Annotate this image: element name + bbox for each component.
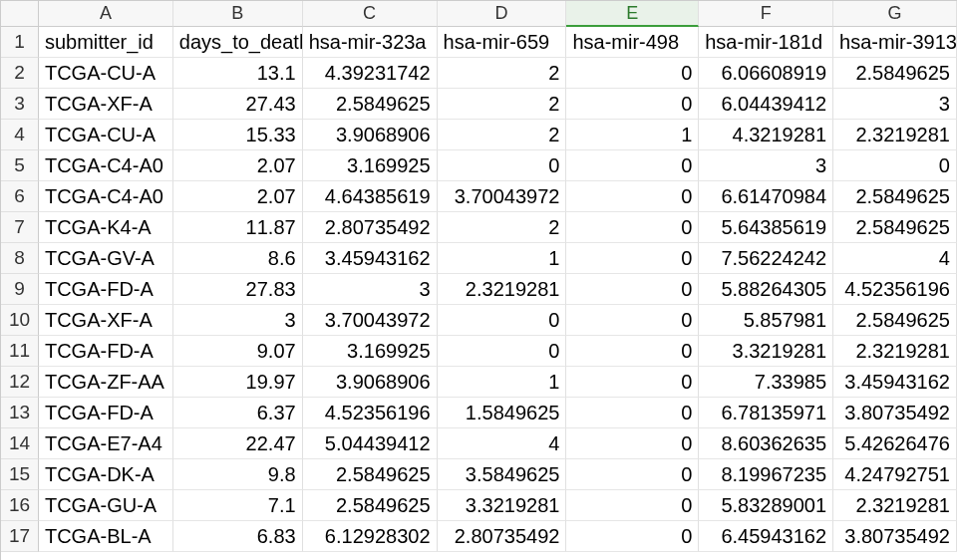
cell-F8[interactable]: 7.56224242 bbox=[699, 243, 833, 274]
row-header-7[interactable]: 7 bbox=[1, 212, 39, 243]
cell-C8[interactable]: 3.45943162 bbox=[303, 243, 438, 274]
row-header-10[interactable]: 10 bbox=[1, 305, 39, 336]
cell-A2[interactable]: TCGA-CU-A bbox=[39, 58, 173, 89]
cell-D13[interactable]: 1.5849625 bbox=[438, 398, 567, 428]
cell-F5[interactable]: 3 bbox=[699, 150, 833, 181]
cell-E12[interactable]: 0 bbox=[566, 367, 699, 398]
cell-D16[interactable]: 3.3219281 bbox=[438, 490, 567, 521]
cell-E10[interactable]: 0 bbox=[566, 305, 699, 336]
cell-D4[interactable]: 2 bbox=[438, 120, 567, 150]
column-header-C[interactable]: C bbox=[303, 1, 438, 27]
cell-C10[interactable]: 3.70043972 bbox=[303, 305, 438, 336]
cell-G14[interactable]: 5.42626476 bbox=[833, 428, 957, 459]
row-header-15[interactable]: 15 bbox=[1, 459, 39, 490]
column-header-A[interactable]: A bbox=[39, 1, 173, 27]
cell-B8[interactable]: 8.6 bbox=[173, 243, 303, 274]
cell-G8[interactable]: 4 bbox=[833, 243, 957, 274]
cell-G3[interactable]: 3 bbox=[833, 89, 957, 120]
cell-D5[interactable]: 0 bbox=[438, 150, 567, 181]
cell-E4[interactable]: 1 bbox=[566, 120, 699, 150]
cell-A17[interactable]: TCGA-BL-A bbox=[39, 521, 173, 552]
cell-D12[interactable]: 1 bbox=[438, 367, 567, 398]
cell-C11[interactable]: 3.169925 bbox=[303, 336, 438, 367]
cell-B15[interactable]: 9.8 bbox=[173, 459, 303, 490]
cell-F15[interactable]: 8.19967235 bbox=[699, 459, 833, 490]
cell-A3[interactable]: TCGA-XF-A bbox=[39, 89, 173, 120]
cell-G10[interactable]: 2.5849625 bbox=[833, 305, 957, 336]
cell-A16[interactable]: TCGA-GU-A bbox=[39, 490, 173, 521]
cell-G6[interactable]: 2.5849625 bbox=[833, 181, 957, 212]
column-header-B[interactable]: B bbox=[173, 1, 303, 27]
cell-B17[interactable]: 6.83 bbox=[173, 521, 303, 552]
column-header-E[interactable]: E bbox=[566, 1, 699, 27]
cell-F7[interactable]: 5.64385619 bbox=[699, 212, 833, 243]
cell-D6[interactable]: 3.70043972 bbox=[438, 181, 567, 212]
spreadsheet-grid[interactable]: ABCDEFG1submitter_iddays_to_deathhsa-mir… bbox=[0, 0, 957, 560]
cell-C15[interactable]: 2.5849625 bbox=[303, 459, 438, 490]
cell-D8[interactable]: 1 bbox=[438, 243, 567, 274]
cell-C6[interactable]: 4.64385619 bbox=[303, 181, 438, 212]
column-header-F[interactable]: F bbox=[699, 1, 833, 27]
cell-A4[interactable]: TCGA-CU-A bbox=[39, 120, 173, 150]
row-header-2[interactable]: 2 bbox=[1, 58, 39, 89]
cell-G12[interactable]: 3.45943162 bbox=[833, 367, 957, 398]
cell-D2[interactable]: 2 bbox=[438, 58, 567, 89]
row-header-13[interactable]: 13 bbox=[1, 398, 39, 428]
cell-E11[interactable]: 0 bbox=[566, 336, 699, 367]
row-header-5[interactable]: 5 bbox=[1, 150, 39, 181]
row-header-8[interactable]: 8 bbox=[1, 243, 39, 274]
cell-E3[interactable]: 0 bbox=[566, 89, 699, 120]
cell-A14[interactable]: TCGA-E7-A4 bbox=[39, 428, 173, 459]
cell-B1[interactable]: days_to_death bbox=[173, 27, 303, 58]
cell-C16[interactable]: 2.5849625 bbox=[303, 490, 438, 521]
cell-C14[interactable]: 5.04439412 bbox=[303, 428, 438, 459]
cell-C17[interactable]: 6.12928302 bbox=[303, 521, 438, 552]
cell-E2[interactable]: 0 bbox=[566, 58, 699, 89]
cell-D7[interactable]: 2 bbox=[438, 212, 567, 243]
select-all-corner[interactable] bbox=[1, 1, 39, 27]
cell-A15[interactable]: TCGA-DK-A bbox=[39, 459, 173, 490]
cell-G2[interactable]: 2.5849625 bbox=[833, 58, 957, 89]
cell-C3[interactable]: 2.5849625 bbox=[303, 89, 438, 120]
cell-E15[interactable]: 0 bbox=[566, 459, 699, 490]
cell-E13[interactable]: 0 bbox=[566, 398, 699, 428]
cell-B5[interactable]: 2.07 bbox=[173, 150, 303, 181]
cell-A6[interactable]: TCGA-C4-A0 bbox=[39, 181, 173, 212]
cell-C2[interactable]: 4.39231742 bbox=[303, 58, 438, 89]
cell-F1[interactable]: hsa-mir-181d bbox=[699, 27, 833, 58]
cell-F6[interactable]: 6.61470984 bbox=[699, 181, 833, 212]
cell-A13[interactable]: TCGA-FD-A bbox=[39, 398, 173, 428]
cell-G1[interactable]: hsa-mir-3913 bbox=[833, 27, 957, 58]
cell-F12[interactable]: 7.33985 bbox=[699, 367, 833, 398]
cell-A12[interactable]: TCGA-ZF-AA bbox=[39, 367, 173, 398]
cell-C9[interactable]: 3 bbox=[303, 274, 438, 305]
row-header-17[interactable]: 17 bbox=[1, 521, 39, 552]
cell-G13[interactable]: 3.80735492 bbox=[833, 398, 957, 428]
row-header-11[interactable]: 11 bbox=[1, 336, 39, 367]
cell-C5[interactable]: 3.169925 bbox=[303, 150, 438, 181]
row-header-6[interactable]: 6 bbox=[1, 181, 39, 212]
cell-A7[interactable]: TCGA-K4-A bbox=[39, 212, 173, 243]
cell-E1[interactable]: hsa-mir-498 bbox=[566, 27, 699, 58]
cell-A11[interactable]: TCGA-FD-A bbox=[39, 336, 173, 367]
row-header-4[interactable]: 4 bbox=[1, 120, 39, 150]
row-header-9[interactable]: 9 bbox=[1, 274, 39, 305]
cell-F13[interactable]: 6.78135971 bbox=[699, 398, 833, 428]
cell-F10[interactable]: 5.857981 bbox=[699, 305, 833, 336]
cell-G11[interactable]: 2.3219281 bbox=[833, 336, 957, 367]
cell-B6[interactable]: 2.07 bbox=[173, 181, 303, 212]
cell-B12[interactable]: 19.97 bbox=[173, 367, 303, 398]
column-header-G[interactable]: G bbox=[833, 1, 957, 27]
cell-F17[interactable]: 6.45943162 bbox=[699, 521, 833, 552]
cell-C13[interactable]: 4.52356196 bbox=[303, 398, 438, 428]
cell-G17[interactable]: 3.80735492 bbox=[833, 521, 957, 552]
cell-A5[interactable]: TCGA-C4-A0 bbox=[39, 150, 173, 181]
cell-D10[interactable]: 0 bbox=[438, 305, 567, 336]
cell-D1[interactable]: hsa-mir-659 bbox=[438, 27, 567, 58]
row-header-3[interactable]: 3 bbox=[1, 89, 39, 120]
cell-F2[interactable]: 6.06608919 bbox=[699, 58, 833, 89]
cell-A8[interactable]: TCGA-GV-A bbox=[39, 243, 173, 274]
cell-D3[interactable]: 2 bbox=[438, 89, 567, 120]
cell-F14[interactable]: 8.60362635 bbox=[699, 428, 833, 459]
column-header-D[interactable]: D bbox=[438, 1, 567, 27]
